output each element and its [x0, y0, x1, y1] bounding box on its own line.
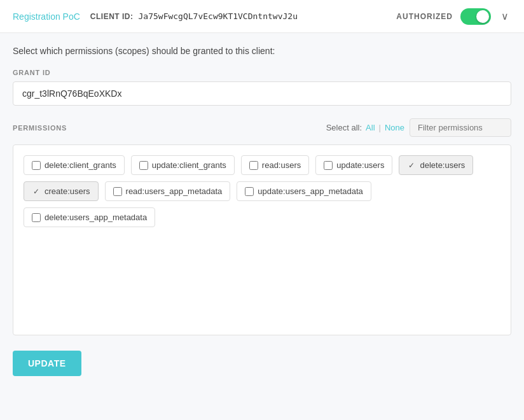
- permission-chip[interactable]: update:users_app_metadata: [237, 181, 371, 201]
- update-button[interactable]: UPDATE: [13, 351, 81, 376]
- authorized-toggle[interactable]: [460, 8, 491, 25]
- main-content: Select which permissions (scopes) should…: [0, 33, 524, 389]
- select-all-link[interactable]: All: [366, 123, 375, 132]
- select-none-link[interactable]: None: [385, 123, 404, 132]
- check-mark-icon: ✓: [407, 161, 416, 170]
- toggle-thumb: [476, 10, 489, 23]
- permission-label: update:client_grants: [152, 160, 226, 170]
- client-id-section: CLIENT ID: Ja75wFwcgQL7vEcw9KT1VCDntntwv…: [90, 11, 298, 21]
- chevron-down-button[interactable]: ∨: [499, 8, 511, 25]
- divider: |: [379, 123, 381, 132]
- select-all-section: Select all: All | None: [326, 123, 404, 132]
- check-mark-icon: ✓: [32, 187, 41, 196]
- select-all-text: Select all:: [326, 123, 362, 132]
- permission-chip[interactable]: ✓create:users: [24, 181, 99, 201]
- app-title: Registration PoC: [13, 11, 80, 22]
- grant-id-input[interactable]: [13, 81, 511, 106]
- grant-id-label: GRANT ID: [13, 69, 511, 76]
- permissions-label: PERMISSIONS: [13, 124, 67, 132]
- permission-label: update:users: [336, 160, 384, 170]
- permission-chip[interactable]: update:users: [315, 155, 392, 175]
- permission-checkbox[interactable]: [32, 213, 41, 222]
- permission-label: update:users_app_metadata: [258, 186, 363, 196]
- permission-chip[interactable]: read:users_app_metadata: [105, 181, 231, 201]
- client-id-label: CLIENT ID:: [90, 12, 134, 21]
- permission-label: read:users: [262, 160, 301, 170]
- permission-chip[interactable]: update:client_grants: [131, 155, 235, 175]
- permission-label: delete:client_grants: [45, 160, 116, 170]
- permission-label: read:users_app_metadata: [126, 186, 223, 196]
- header-right: AUTHORIZED ∨: [396, 8, 511, 25]
- grant-id-field: GRANT ID: [13, 69, 511, 118]
- filter-permissions-input[interactable]: [410, 118, 511, 137]
- permission-checkbox[interactable]: [139, 161, 148, 170]
- permission-label: create:users: [45, 186, 90, 196]
- permission-chip[interactable]: read:users: [241, 155, 309, 175]
- authorized-label: AUTHORIZED: [396, 12, 453, 21]
- permission-label: delete:users_app_metadata: [45, 213, 147, 222]
- client-id-value: Ja75wFwcgQL7vEcw9KT1VCDntntwvJ2u: [139, 11, 298, 21]
- permission-chip[interactable]: ✓delete:users: [399, 155, 473, 175]
- permission-checkbox[interactable]: [113, 187, 122, 196]
- permission-checkbox[interactable]: [245, 187, 254, 196]
- permission-checkbox[interactable]: [32, 161, 41, 170]
- permission-label: delete:users: [420, 160, 465, 170]
- permission-checkbox[interactable]: [249, 161, 258, 170]
- toggle-track: [460, 8, 491, 25]
- permissions-box: delete:client_grantsupdate:client_grants…: [13, 144, 511, 335]
- page-header: Registration PoC CLIENT ID: Ja75wFwcgQL7…: [0, 0, 524, 33]
- permission-checkbox[interactable]: [324, 161, 333, 170]
- permission-chip[interactable]: delete:users_app_metadata: [24, 207, 155, 227]
- permissions-header: PERMISSIONS Select all: All | None: [13, 118, 511, 137]
- permission-chip[interactable]: delete:client_grants: [24, 155, 125, 175]
- description-text: Select which permissions (scopes) should…: [13, 46, 511, 56]
- permissions-grid: delete:client_grantsupdate:client_grants…: [24, 155, 500, 227]
